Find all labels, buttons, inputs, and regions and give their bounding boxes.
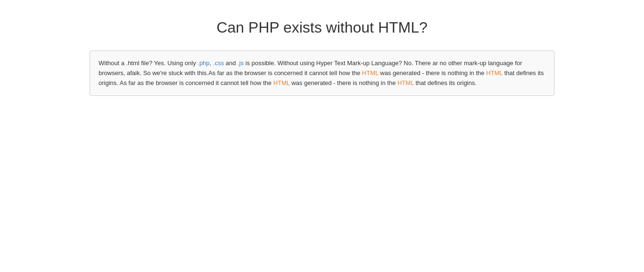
js-highlight: .js bbox=[238, 60, 244, 67]
content-text: Without a .html file? Yes. Using only .p… bbox=[99, 59, 545, 88]
html-highlight-2: HTML bbox=[486, 69, 503, 76]
html-highlight-1: HTML bbox=[362, 69, 379, 76]
html-highlight-3: HTML bbox=[273, 79, 290, 86]
page-title: Can PHP exists without HTML? bbox=[9, 19, 635, 36]
html-highlight-4: HTML bbox=[397, 79, 414, 86]
page-wrapper: Can PHP exists without HTML? Without a .… bbox=[0, 0, 644, 115]
php-highlight: .php bbox=[198, 60, 209, 67]
css-highlight: .css bbox=[213, 60, 224, 67]
content-box: Without a .html file? Yes. Using only .p… bbox=[90, 51, 554, 96]
